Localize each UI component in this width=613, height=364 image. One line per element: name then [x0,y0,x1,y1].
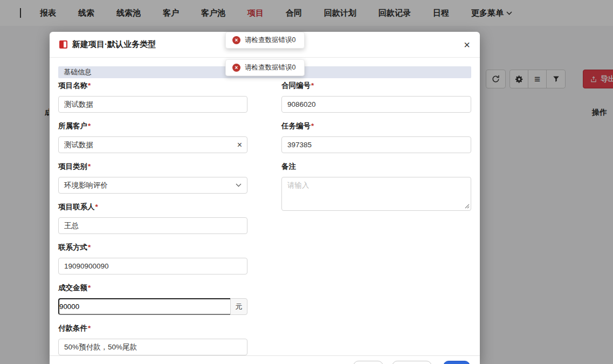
task-number-input[interactable] [281,136,471,153]
footer-primary-button[interactable] [443,361,470,364]
project-category-select[interactable]: 环境影响评价 [58,177,247,194]
field-project-contact: 项目联系人* [58,202,247,234]
field-deal-amount: 成交金额* 元 [58,283,247,315]
field-label: 付款条件* [58,324,247,333]
field-customer: 所属客户* × [58,121,247,153]
payment-terms-input[interactable] [58,339,247,355]
field-project-name: 项目名称* [58,81,247,113]
toast-message: 请检查数据错误0 [245,63,295,72]
clear-icon[interactable]: × [237,141,242,149]
project-doc-icon [59,40,67,49]
error-icon: × [232,64,240,72]
project-contact-input[interactable] [58,217,247,234]
close-icon[interactable]: × [464,39,470,50]
toast-message: 请检查数据错误0 [245,36,295,45]
field-label: 所属客户* [58,121,247,131]
field-contract-number: 合同编号* [281,81,471,113]
field-payment-terms: 付款条件* [58,324,247,355]
error-icon: × [232,36,240,44]
customer-input[interactable] [58,136,247,153]
field-label: 备注 [281,162,471,171]
field-project-category: 项目类别* 环境影响评价 [58,162,247,194]
field-label: 合同编号* [281,81,471,91]
deal-amount-input[interactable] [58,298,230,315]
field-label: 成交金额* [58,283,247,293]
selected-option: 环境影响评价 [64,181,236,190]
new-project-modal: 新建项目·默认业务类型 × 基础信息 项目名称* 所属客户* × [50,32,480,364]
field-label: 项目联系人* [58,202,247,212]
project-name-input[interactable] [58,96,247,113]
field-label: 任务编号* [281,121,471,131]
modal-footer [50,355,480,364]
chevron-down-icon [236,183,242,187]
form-grid: 项目名称* 所属客户* × 项目类别* 环境影响评价 [58,81,471,364]
field-label: 项目名称* [58,81,247,91]
form-column-right: 合同编号* 任务编号* 备注 [281,81,471,364]
error-toast: × 请检查数据错误0 [225,32,305,49]
field-task-number: 任务编号* [281,121,471,153]
contact-phone-input[interactable] [58,258,247,274]
currency-unit-addon: 元 [230,298,247,315]
footer-button-2[interactable] [392,361,432,364]
contract-number-input[interactable] [281,96,471,113]
footer-button-1[interactable] [353,361,383,364]
field-remarks: 备注 [281,162,471,211]
field-label: 联系方式* [58,243,247,252]
modal-title: 新建项目·默认业务类型 [72,39,156,50]
remarks-textarea[interactable] [281,177,471,211]
form-column-left: 项目名称* 所属客户* × 项目类别* 环境影响评价 [58,81,247,364]
modal-body: 基础信息 项目名称* 所属客户* × 项目类别* [50,58,480,364]
error-toast: × 请检查数据错误0 [225,59,305,76]
field-label: 项目类别* [58,162,247,171]
field-contact-phone: 联系方式* [58,243,247,274]
